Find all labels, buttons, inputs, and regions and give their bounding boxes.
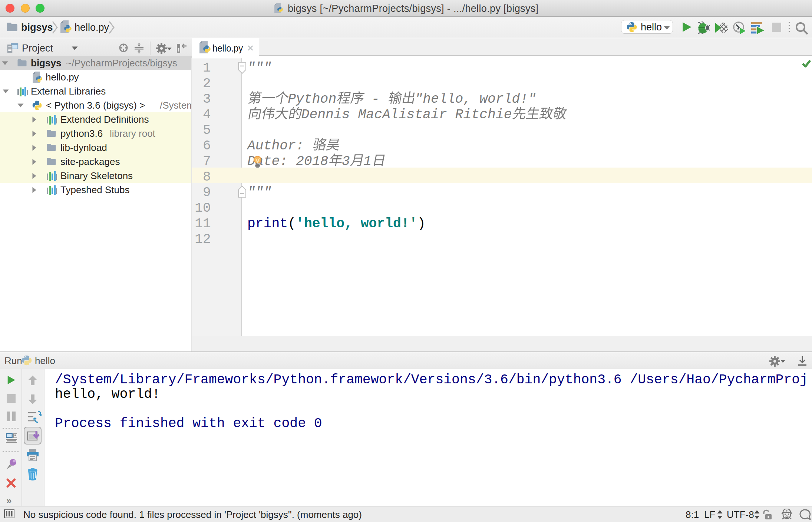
svg-text:"hello, world!": "hello, world!" [415,92,536,107]
svg-text:-: - [363,92,388,107]
svg-text:Author:: Author: [247,138,312,153]
svg-text:Python: Python [288,92,336,107]
svg-text:Dennis MacAlistair Ritchie: Dennis MacAlistair Ritchie [301,107,512,122]
svg-text:""": """ [247,185,272,200]
svg-text:""": """ [247,60,272,76]
svg-text:1: 1 [363,154,372,169]
svg-text:3: 3 [342,154,350,169]
